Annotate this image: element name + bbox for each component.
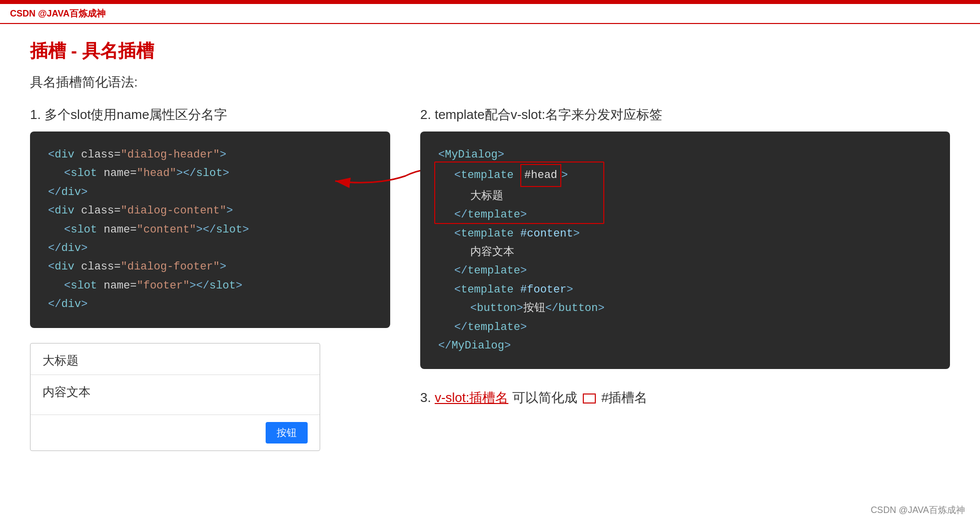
- code-r-line-9: <button>按钮</button>: [438, 299, 932, 318]
- code-r-line-3: 大标题: [438, 187, 932, 206]
- subtitle: 具名插槽简化语法:: [30, 74, 950, 91]
- section2-code: <MyDialog> <template #head> 大标题 </templa…: [420, 132, 950, 369]
- code-line-4: <div class="dialog-content">: [48, 202, 372, 220]
- section1-code: <div class="dialog-header"> <slot name="…: [30, 132, 390, 328]
- code-line-3: </div>: [48, 183, 372, 202]
- code-line-7: <div class="dialog-footer">: [48, 258, 372, 276]
- hash-box-icon: [583, 394, 596, 404]
- page-title: 插槽 - 具名插槽: [30, 39, 950, 64]
- code-r-line-4: </template>: [438, 206, 932, 224]
- section3-highlight: v-slot:插槽名: [435, 390, 508, 405]
- code-line-1: <div class="dialog-header">: [48, 146, 372, 164]
- left-panel: 1. 多个slot使用name属性区分名字 <div class="dialog…: [30, 106, 390, 451]
- content-area: 插槽 - 具名插槽 具名插槽简化语法: 1. 多个slot使用name属性区分名…: [0, 24, 980, 466]
- bottom-credit: CSDN @JAVA百炼成神: [870, 504, 965, 516]
- section3: 3. v-slot:插槽名 可以简化成 #插槽名: [420, 389, 950, 406]
- code-r-line-1: <MyDialog>: [438, 146, 932, 164]
- ui-preview: 大标题 内容文本 按钮: [30, 343, 320, 451]
- code-r-line-11: </MyDialog>: [438, 336, 932, 355]
- code-r-line-10: </template>: [438, 318, 932, 336]
- code-r-line-2: <template #head>: [438, 164, 932, 186]
- section2-label: 2. template配合v-slot:名字来分发对应标签: [420, 106, 950, 124]
- code-r-line-6: 内容文本: [438, 243, 932, 262]
- code-r-line-7: </template>: [438, 262, 932, 280]
- right-panel: 2. template配合v-slot:名字来分发对应标签 <MyDialog>…: [420, 106, 950, 451]
- header-bar: CSDN @JAVA百炼成神: [0, 4, 980, 24]
- preview-button[interactable]: 按钮: [266, 422, 308, 444]
- code-line-6: </div>: [48, 239, 372, 258]
- section3-suffix: #插槽名: [601, 390, 647, 405]
- section3-label: 3. v-slot:插槽名 可以简化成 #插槽名: [420, 389, 950, 406]
- ui-preview-content: 内容文本: [31, 375, 320, 415]
- ui-preview-head: 大标题: [31, 344, 320, 375]
- panels-wrapper: 1. 多个slot使用name属性区分名字 <div class="dialog…: [30, 106, 950, 451]
- code-r-line-8: <template #footer>: [438, 280, 932, 299]
- section1: 1. 多个slot使用name属性区分名字 <div class="dialog…: [30, 106, 390, 328]
- code-r-line-5: <template #content>: [438, 224, 932, 243]
- code-line-8: <slot name="footer"></slot>: [48, 276, 372, 295]
- section2: 2. template配合v-slot:名字来分发对应标签 <MyDialog>…: [420, 106, 950, 369]
- ui-preview-footer: 按钮: [31, 415, 320, 450]
- code-line-5: <slot name="content"></slot>: [48, 220, 372, 239]
- logo-text: CSDN @JAVA百炼成神: [10, 8, 106, 20]
- section1-label: 1. 多个slot使用name属性区分名字: [30, 106, 390, 124]
- code-line-2: <slot name="head"></slot>: [48, 164, 372, 182]
- section3-middle: 可以简化成: [512, 390, 581, 405]
- code-line-9: </div>: [48, 295, 372, 314]
- section3-prefix: 3.: [420, 390, 431, 405]
- top-bar: [0, 0, 980, 4]
